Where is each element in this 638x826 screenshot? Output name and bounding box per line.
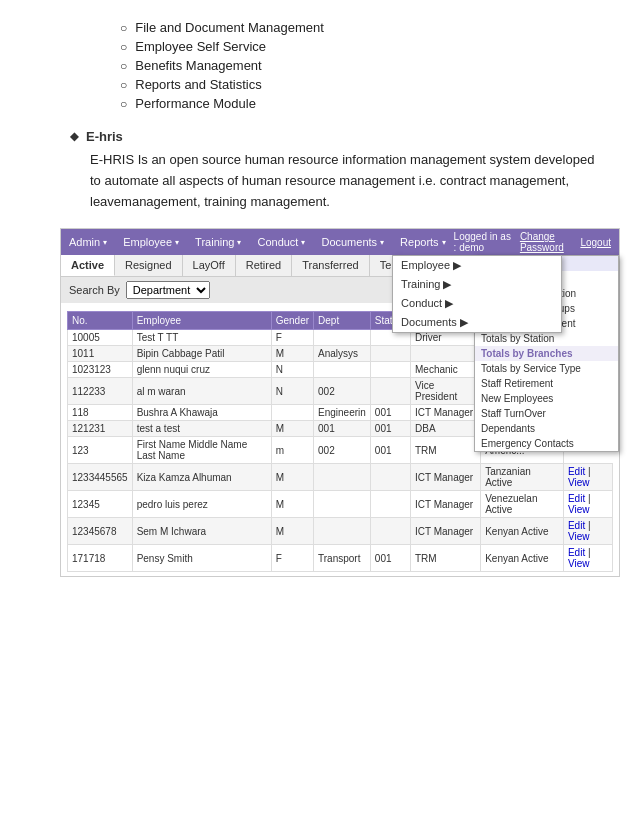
side-menu-emergency-contacts[interactable]: Emergency Contacts (475, 436, 618, 451)
ehris-title: E-hris (70, 129, 598, 144)
tab-retired[interactable]: Retired (236, 255, 292, 276)
reports-dd-training[interactable]: Training ▶ (393, 275, 561, 294)
nav-documents[interactable]: Documents▾ (313, 229, 392, 255)
side-menu-staff-retirement[interactable]: Staff Retirement (475, 376, 618, 391)
edit-link[interactable]: Edit (568, 547, 585, 558)
nav-reports[interactable]: Reports▾ Employee ▶ Training ▶ Conduct ▶… (392, 229, 454, 255)
list-item-2: Employee Self Service (120, 39, 598, 54)
conduct-arrow-icon: ▾ (301, 238, 305, 247)
bullet-list: File and Document Management Employee Se… (120, 20, 598, 111)
nav-employee[interactable]: Employee▾ (115, 229, 187, 255)
reports-dd-documents[interactable]: Documents ▶ (393, 313, 561, 332)
reports-dd-employee[interactable]: Employee ▶ (393, 256, 561, 275)
list-item-4: Reports and Statistics (120, 77, 598, 92)
list-item-1: File and Document Management (120, 20, 598, 35)
col-gender: Gender (271, 312, 313, 330)
app-screenshot: Admin▾ Employee▾ Training▾ Conduct▾ Docu… (60, 228, 620, 577)
table-row: 1233445565Kiza Kamza AlhumanMICT Manager… (68, 464, 613, 491)
reports-dropdown: Employee ▶ Training ▶ Conduct ▶ Document… (392, 255, 562, 333)
top-nav: Admin▾ Employee▾ Training▾ Conduct▾ Docu… (61, 229, 619, 255)
employee-arrow-icon: ▾ (175, 238, 179, 247)
edit-link[interactable]: Edit (568, 520, 585, 531)
search-by-select[interactable]: Department (126, 281, 210, 299)
training-arrow-icon: ▾ (237, 238, 241, 247)
side-menu-totals-branches[interactable]: Totals by Branches (475, 346, 618, 361)
reports-arrow-icon: ▾ (442, 238, 446, 247)
tab-transferred[interactable]: Transferred (292, 255, 369, 276)
tab-resigned[interactable]: Resigned (115, 255, 182, 276)
search-by-label: Search By (69, 284, 120, 296)
nav-right: Logged in as : demo Change Password Logo… (454, 229, 619, 255)
col-no: No. (68, 312, 133, 330)
side-menu-new-employees[interactable]: New Employees (475, 391, 618, 406)
table-row: 12345pedro luis perezMICT ManagerVenezue… (68, 491, 613, 518)
logout-link[interactable]: Logout (580, 237, 611, 248)
table-row: 171718Pensy SmithFTransport001TRMKenyan … (68, 545, 613, 572)
table-row: 12345678Sem M IchwaraMICT ManagerKenyan … (68, 518, 613, 545)
change-password-link[interactable]: Change Password (520, 231, 573, 253)
side-menu-dependants[interactable]: Dependants (475, 421, 618, 436)
admin-arrow-icon: ▾ (103, 238, 107, 247)
view-link[interactable]: View (568, 558, 590, 569)
ehris-description: E-HRIS Is an open source human resource … (90, 150, 598, 212)
list-item-5: Performance Module (120, 96, 598, 111)
reports-dd-conduct[interactable]: Conduct ▶ (393, 294, 561, 313)
nav-conduct[interactable]: Conduct▾ (249, 229, 313, 255)
col-employee: Employee (132, 312, 271, 330)
view-link[interactable]: View (568, 477, 590, 488)
side-menu-totals-service-type[interactable]: Totals by Service Type (475, 361, 618, 376)
side-menu-staff-turnover[interactable]: Staff TurnOver (475, 406, 618, 421)
nav-admin[interactable]: Admin▾ (61, 229, 115, 255)
tab-active[interactable]: Active (61, 255, 115, 276)
nav-training[interactable]: Training▾ (187, 229, 249, 255)
logged-in-label: Logged in as : demo (454, 231, 512, 253)
edit-link[interactable]: Edit (568, 466, 585, 477)
tab-layoff[interactable]: LayOff (183, 255, 236, 276)
side-menu-totals-station[interactable]: Totals by Station (475, 331, 618, 346)
documents-arrow-icon: ▾ (380, 238, 384, 247)
ehris-section: E-hris E-HRIS Is an open source human re… (70, 129, 598, 212)
col-dept: Dept (314, 312, 371, 330)
view-link[interactable]: View (568, 504, 590, 515)
edit-link[interactable]: Edit (568, 493, 585, 504)
list-item-3: Benefits Management (120, 58, 598, 73)
view-link[interactable]: View (568, 531, 590, 542)
